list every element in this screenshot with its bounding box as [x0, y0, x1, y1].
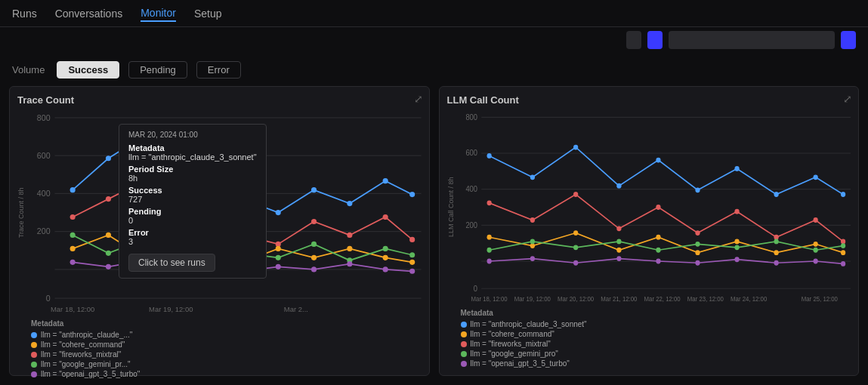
svg-point-54: [409, 252, 415, 257]
svg-point-91: [487, 200, 491, 205]
sub-header: [0, 27, 868, 53]
svg-point-93: [573, 192, 578, 197]
trace-legend-item-2: llm = "fireworks_mixtral": [31, 350, 422, 359]
svg-point-103: [573, 230, 578, 236]
svg-text:800: 800: [465, 112, 477, 121]
svg-point-53: [383, 246, 388, 251]
svg-point-17: [276, 210, 281, 215]
llm-count-card: LLM Call Count ⤢ LLM Call Count / 8h 800…: [439, 86, 860, 376]
svg-point-117: [734, 245, 739, 250]
svg-point-86: [695, 187, 700, 192]
svg-point-113: [573, 245, 578, 250]
llm-svg-area: 800 600 400 200 0: [458, 109, 851, 306]
svg-text:Mar 21, 12:00: Mar 21, 12:00: [601, 296, 638, 303]
svg-point-125: [656, 259, 660, 264]
svg-point-20: [383, 178, 388, 183]
llm-legend-dot-1: [461, 331, 467, 337]
svg-text:200: 200: [37, 226, 51, 236]
svg-point-124: [616, 256, 621, 261]
svg-point-126: [695, 260, 700, 266]
trace-svg-area: 800 600 400 200 0: [28, 109, 422, 316]
llm-legend-label-1: llm = "cohere_command": [471, 330, 554, 338]
svg-text:0: 0: [473, 284, 477, 292]
llm-expand-icon[interactable]: ⤢: [843, 93, 852, 105]
llm-chart-body: LLM Call Count / 8h 800 600 400 200 0: [447, 109, 851, 306]
svg-point-121: [487, 259, 491, 264]
tooltip-date: MAR 20, 2024 01:00: [128, 131, 257, 139]
trace-legend-item-3: llm = "google_gemini_pr...": [31, 360, 422, 368]
charts-area: Trace Count ⤢ Trace Count / 8h 800 600 4…: [0, 86, 868, 385]
svg-point-43: [409, 260, 415, 265]
tooltip-period-value: 8h: [128, 174, 137, 183]
svg-point-41: [347, 246, 352, 251]
svg-text:400: 400: [37, 189, 51, 198]
tooltip-success-label: Success: [128, 186, 162, 195]
trace-legend-label-3: llm = "google_gemini_pr...": [41, 360, 131, 368]
svg-point-11: [70, 187, 76, 192]
svg-point-110: [840, 250, 845, 255]
see-runs-button[interactable]: Click to see runs: [128, 254, 215, 272]
svg-point-96: [695, 230, 700, 236]
llm-legend-item-3: llm = "google_gemini_pro": [461, 350, 851, 358]
filter-success[interactable]: Success: [57, 61, 119, 79]
svg-point-114: [616, 239, 621, 244]
nav-conversations[interactable]: Conversations: [55, 6, 123, 21]
svg-point-18: [311, 187, 317, 192]
svg-point-64: [383, 266, 388, 272]
trace-legend-dot-2: [31, 352, 37, 358]
svg-point-89: [813, 174, 817, 180]
svg-point-104: [616, 248, 621, 253]
llm-chart-svg: 800 600 400 200 0: [458, 109, 851, 306]
llm-legend-item-1: llm = "cohere_command": [461, 330, 851, 338]
svg-point-21: [409, 192, 415, 197]
tooltip-pending-label: Pending: [128, 207, 161, 216]
svg-point-111: [487, 248, 491, 253]
volume-label: Volume: [12, 64, 45, 75]
header-btn-4[interactable]: [841, 31, 856, 49]
header-btn-3[interactable]: [669, 31, 835, 49]
trace-expand-icon[interactable]: ⤢: [414, 93, 423, 105]
trace-legend-dot-3: [31, 362, 37, 368]
svg-point-84: [616, 183, 621, 189]
top-nav: Runs Conversations Monitor Setup: [0, 0, 868, 27]
trace-legend-dot-1: [31, 342, 37, 348]
filter-bar: Volume Success Pending Error: [0, 53, 868, 86]
filter-error[interactable]: Error: [196, 61, 241, 79]
svg-point-119: [813, 248, 817, 253]
svg-point-112: [530, 239, 534, 244]
trace-legend-dot-0: [31, 332, 37, 338]
header-btn-1[interactable]: [626, 31, 641, 49]
svg-text:Mar 19, 12:00: Mar 19, 12:00: [514, 296, 551, 303]
svg-point-55: [70, 260, 76, 265]
svg-point-129: [813, 259, 817, 264]
svg-point-32: [409, 237, 415, 242]
svg-text:Mar 19, 12:00: Mar 19, 12:00: [149, 305, 193, 313]
nav-setup[interactable]: Setup: [194, 6, 222, 21]
svg-point-50: [276, 255, 281, 260]
svg-point-29: [311, 219, 317, 224]
svg-point-63: [347, 261, 352, 266]
svg-point-34: [106, 233, 111, 238]
nav-monitor[interactable]: Monitor: [141, 5, 176, 22]
svg-point-92: [530, 217, 534, 223]
header-btn-2[interactable]: [647, 31, 663, 49]
llm-legend-label-3: llm = "google_gemini_pro": [471, 350, 558, 358]
tooltip-pending-value: 0: [128, 216, 133, 225]
tooltip-success-value: 727: [128, 195, 142, 204]
svg-point-122: [530, 256, 534, 261]
trace-count-card: Trace Count ⤢ Trace Count / 8h 800 600 4…: [9, 86, 430, 376]
svg-point-65: [409, 269, 415, 274]
svg-text:800: 800: [37, 112, 51, 122]
tooltip-error-value: 3: [128, 237, 133, 246]
svg-point-85: [656, 158, 660, 163]
svg-text:600: 600: [465, 149, 477, 157]
svg-point-130: [840, 261, 845, 266]
svg-point-128: [774, 260, 778, 266]
trace-legend-item-4: llm = "openai_gpt_3_5_turbo": [31, 370, 422, 378]
filter-pending[interactable]: Pending: [128, 61, 187, 79]
llm-legend-header: Metadata: [461, 309, 851, 317]
svg-point-82: [530, 174, 534, 180]
trace-legend: Metadata llm = "anthropic_claude_..." ll…: [17, 319, 422, 378]
svg-text:Mar 18, 12:00: Mar 18, 12:00: [51, 305, 94, 313]
nav-runs[interactable]: Runs: [12, 6, 37, 21]
